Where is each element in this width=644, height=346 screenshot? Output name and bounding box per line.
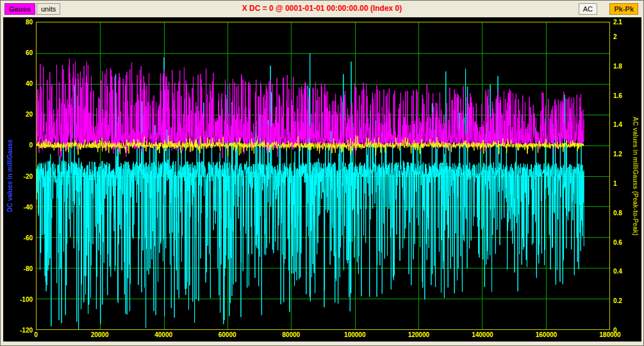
chart-panel: DC values in milliGauss 806040200-20-40-… (3, 17, 641, 342)
x-tick-label: 40000 (154, 331, 172, 338)
right-tick-labels: 2.121.81.61.41.210.80.60.40.20 (612, 22, 631, 330)
y-left-tick-label: -60 (24, 234, 33, 241)
y-left-tick-label: 80 (26, 19, 33, 26)
y-left-tick-label: -20 (24, 172, 33, 179)
y-right-tick-label: 0.2 (613, 297, 622, 304)
units-button[interactable]: units (37, 3, 60, 15)
plot-area[interactable] (36, 22, 610, 330)
y-left-tick-label: -40 (24, 203, 33, 210)
x-tick-label: 120000 (408, 331, 429, 338)
left-tick-labels: 806040200-20-40-60-80-100-120 (13, 22, 34, 330)
x-tick-labels: 0200004000060000800001000001200001400001… (36, 331, 610, 340)
y-right-tick-label: 1.8 (613, 62, 622, 69)
y-left-tick-label: -120 (20, 327, 33, 334)
waveform-canvas[interactable] (37, 22, 609, 329)
x-tick-label: 180000 (599, 331, 620, 338)
y-right-tick-label: 1.6 (613, 92, 622, 99)
y-left-tick-label: -80 (24, 265, 33, 272)
ac-button[interactable]: AC (579, 3, 597, 15)
y-left-tick-label: 40 (26, 80, 33, 87)
x-tick-label: 140000 (472, 331, 493, 338)
x-tick-label: 0 (34, 331, 38, 338)
y-left-tick-label: 20 (26, 111, 33, 118)
x-tick-label: 80000 (282, 331, 300, 338)
right-axis-label: AC values in milliGauss (Peak-to-Peak) (630, 22, 640, 330)
y-left-tick-label: 60 (26, 49, 33, 56)
y-right-tick-label: 2.1 (613, 19, 622, 26)
y-right-tick-label: 0.8 (613, 209, 622, 216)
x-tick-label: 60000 (219, 331, 236, 338)
y-right-tick-label: 1.2 (613, 151, 622, 158)
y-left-tick-label: 0 (29, 142, 33, 149)
pkpk-button[interactable]: Pk-Pk (609, 3, 638, 15)
y-right-tick-label: 0.6 (613, 238, 622, 245)
cursor-readout-title: X DC = 0 @ 0001-01-01 00:00:00.00 (Index… (1, 4, 643, 13)
y-right-tick-label: 0.4 (613, 268, 622, 275)
y-right-tick-label: 1.4 (613, 121, 622, 128)
toolbar: Gauss units X DC = 0 @ 0001-01-01 00:00:… (1, 1, 643, 17)
x-tick-label: 100000 (344, 331, 365, 338)
y-left-tick-label: -100 (20, 295, 33, 302)
y-right-tick-label: 2 (613, 33, 617, 40)
x-tick-label: 20000 (91, 331, 109, 338)
y-right-tick-label: 1 (613, 179, 617, 186)
gauss-button[interactable]: Gauss (4, 3, 35, 15)
x-tick-label: 160000 (536, 331, 557, 338)
instrument-window: Gauss units X DC = 0 @ 0001-01-01 00:00:… (0, 0, 644, 346)
